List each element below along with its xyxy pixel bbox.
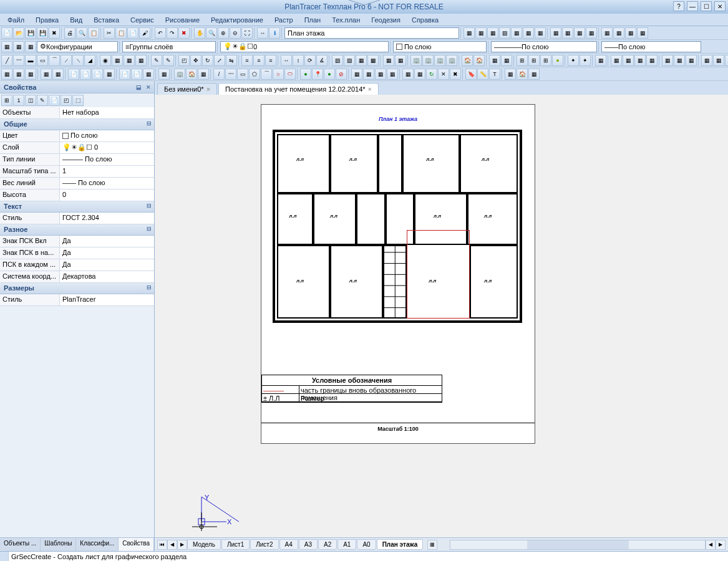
panel-pin-icon[interactable]: ⬓ bbox=[134, 83, 143, 92]
menu-plan[interactable]: План bbox=[299, 15, 326, 25]
saveall-icon[interactable]: 💾 bbox=[37, 27, 48, 39]
ext-b-icon[interactable]: ▦ bbox=[674, 55, 685, 66]
ext-e-icon[interactable]: ▦ bbox=[713, 55, 724, 66]
tool-d-icon[interactable]: ▨ bbox=[499, 27, 510, 39]
view-tab-sheet2[interactable]: Лист2 bbox=[250, 539, 278, 550]
new-icon[interactable]: 📄 bbox=[1, 27, 12, 39]
tool-e-icon[interactable]: ▦ bbox=[511, 27, 522, 39]
view-tab-plan[interactable]: План этажа bbox=[377, 539, 424, 550]
calc-icon[interactable]: ▦ bbox=[158, 69, 170, 80]
menu-modify[interactable]: Редактирование bbox=[206, 15, 268, 25]
doc-b-icon[interactable]: 📄 bbox=[80, 69, 91, 80]
dim-a-icon[interactable]: ↔ bbox=[281, 55, 292, 66]
panel-tab-classify[interactable]: Классифи... bbox=[76, 538, 119, 551]
prop-tb-1-icon[interactable]: ⊞ bbox=[1, 95, 12, 106]
paste-icon[interactable]: 📄 bbox=[127, 27, 138, 39]
export-b-icon[interactable]: ▦ bbox=[52, 69, 64, 80]
menu-insert[interactable]: Вставка bbox=[89, 15, 124, 25]
tool-o-icon[interactable]: ▦ bbox=[637, 27, 648, 39]
refresh-icon[interactable]: ↻ bbox=[426, 69, 437, 80]
lineweight-dropdown[interactable]: —— По слою bbox=[601, 41, 701, 52]
grid-icon[interactable]: ▦ bbox=[112, 55, 123, 66]
dim-c-icon[interactable]: ⟳ bbox=[304, 55, 316, 66]
tool-h-icon[interactable]: ▦ bbox=[550, 27, 561, 39]
view-tab-model[interactable]: Модель bbox=[187, 539, 221, 550]
table-icon[interactable]: ▦ bbox=[124, 55, 135, 66]
marker-b-icon[interactable]: 📍 bbox=[312, 69, 323, 80]
ext-c-icon[interactable]: ▦ bbox=[686, 55, 697, 66]
raster-d-icon[interactable]: ▦ bbox=[387, 69, 398, 80]
menu-raster[interactable]: Растр bbox=[269, 15, 298, 25]
prop-ltscale-value[interactable]: 1 bbox=[60, 166, 154, 177]
misc-b-icon[interactable]: ✦ bbox=[580, 55, 591, 66]
hatch-c-icon[interactable]: ▦ bbox=[356, 55, 367, 66]
note-b-icon[interactable]: ▦ bbox=[13, 69, 24, 80]
node-icon[interactable]: ◉ bbox=[100, 55, 111, 66]
menu-help[interactable]: Справка bbox=[407, 15, 444, 25]
copy-icon[interactable]: 📋 bbox=[115, 27, 127, 39]
win-a-icon[interactable]: ▦ bbox=[505, 69, 516, 80]
wall-icon[interactable]: ▬ bbox=[25, 55, 36, 66]
prop-ucsorigin-value[interactable]: Да bbox=[60, 247, 154, 259]
panel-tab-objects[interactable]: Объекты ... bbox=[0, 538, 41, 551]
panel-tab-templates[interactable]: Шаблоны bbox=[41, 538, 76, 551]
tool-f-icon[interactable]: ▦ bbox=[523, 27, 534, 39]
marker-d-icon[interactable]: ⊘ bbox=[336, 69, 347, 80]
text-icon[interactable]: T bbox=[489, 69, 500, 80]
group-c-icon[interactable]: ⊞ bbox=[540, 55, 551, 66]
tool-b-icon[interactable]: ▦ bbox=[475, 27, 487, 39]
doc-e-icon[interactable]: 📄 bbox=[119, 69, 130, 80]
color-dropdown[interactable]: По слою bbox=[393, 41, 487, 52]
objects-value[interactable]: Нет набора bbox=[60, 107, 154, 118]
prop-tb-4-icon[interactable]: ✎ bbox=[37, 95, 48, 106]
shape-poly-icon[interactable]: ⬠ bbox=[249, 69, 260, 80]
shape-circle-icon[interactable]: ○ bbox=[273, 69, 284, 80]
prop-height-value[interactable]: 0 bbox=[60, 189, 154, 201]
doc-f-icon[interactable]: 📄 bbox=[131, 69, 142, 80]
arc-icon[interactable]: ⌒ bbox=[49, 55, 60, 66]
win-b-icon[interactable]: 🏠 bbox=[517, 69, 528, 80]
doc-g-icon[interactable]: ▦ bbox=[143, 69, 154, 80]
redo-icon[interactable]: ↷ bbox=[167, 27, 178, 39]
maximize-button[interactable]: ☐ bbox=[701, 1, 712, 11]
prop-tb-6-icon[interactable]: ◰ bbox=[61, 95, 72, 106]
doc-a-icon[interactable]: 📄 bbox=[68, 69, 79, 80]
building-c-icon[interactable]: ▦ bbox=[198, 69, 209, 80]
note-c-icon[interactable]: ▦ bbox=[25, 69, 36, 80]
view-b-icon[interactable]: ▦ bbox=[414, 69, 425, 80]
section-dimensions[interactable]: Размеры bbox=[0, 283, 154, 294]
tab-nav-first-icon[interactable]: ⏮ bbox=[157, 540, 167, 550]
save-icon[interactable]: 💾 bbox=[25, 27, 36, 39]
menu-draw[interactable]: Рисование bbox=[160, 15, 205, 25]
prop-lineweight-value[interactable]: —— По слою bbox=[60, 178, 154, 189]
align-a-icon[interactable]: ≡ bbox=[241, 55, 253, 66]
hatch-b-icon[interactable]: ▧ bbox=[344, 55, 355, 66]
preview-icon[interactable]: 🔍 bbox=[76, 27, 87, 39]
panel-d-icon[interactable]: ▦ bbox=[646, 55, 658, 66]
prop-coordsys-value[interactable]: Декартова bbox=[60, 271, 154, 282]
minimize-button[interactable]: — bbox=[687, 1, 698, 11]
marker-a-icon[interactable]: ● bbox=[300, 69, 311, 80]
tool-m-icon[interactable]: ▦ bbox=[613, 27, 624, 39]
shape-ellipse-icon[interactable]: ⬭ bbox=[284, 69, 296, 80]
section-misc[interactable]: Разное bbox=[0, 224, 154, 236]
note-a-icon[interactable]: ▦ bbox=[1, 69, 12, 80]
ext-a-icon[interactable]: ▦ bbox=[662, 55, 673, 66]
prop-layer-value[interactable]: 💡☀🔒☐ 0 bbox=[60, 142, 154, 153]
view-a-icon[interactable]: ▦ bbox=[402, 69, 414, 80]
menu-geodesy[interactable]: Геодезия bbox=[366, 15, 405, 25]
shape-rect-icon[interactable]: ▭ bbox=[237, 69, 248, 80]
section-general[interactable]: Общие bbox=[0, 119, 154, 130]
tool-i-icon[interactable]: ▦ bbox=[562, 27, 573, 39]
plot-icon[interactable]: 📋 bbox=[88, 27, 99, 39]
menu-service[interactable]: Сервис bbox=[125, 15, 159, 25]
pline-icon[interactable]: 〰 bbox=[13, 55, 24, 66]
raster-a-icon[interactable]: ▦ bbox=[351, 69, 362, 80]
prop-tb-2-icon[interactable]: 1 bbox=[13, 95, 24, 106]
cut-icon[interactable]: ✂ bbox=[104, 27, 115, 39]
hatch-d-icon[interactable]: ▩ bbox=[367, 55, 379, 66]
move-icon[interactable]: ✥ bbox=[190, 55, 201, 66]
close-button[interactable]: ✕ bbox=[714, 1, 726, 11]
scroll-right-icon[interactable]: ▶ bbox=[716, 540, 726, 550]
stamp-icon[interactable]: 🔖 bbox=[465, 69, 477, 80]
